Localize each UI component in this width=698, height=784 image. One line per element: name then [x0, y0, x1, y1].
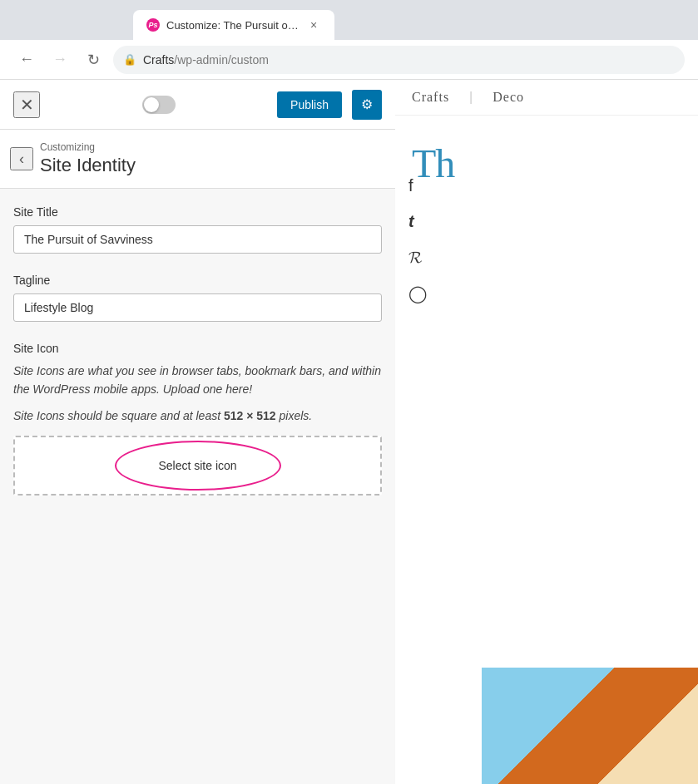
site-title-group: Site Title	[13, 205, 382, 254]
tagline-group: Tagline	[13, 274, 382, 322]
instagram-icon: ◯	[408, 284, 427, 303]
preview-image	[482, 668, 698, 784]
settings-button[interactable]: ⚙	[352, 90, 382, 120]
preview-navigation: Crafts | Deco	[395, 80, 698, 116]
select-site-icon-button[interactable]: Select site icon	[148, 454, 246, 477]
preview-toggle[interactable]	[142, 96, 176, 114]
section-header: ‹ Customizing Site Identity	[0, 130, 395, 189]
site-title-preview: Th	[412, 141, 681, 186]
back-to-customizer-button[interactable]: ‹	[10, 147, 33, 170]
panel-content: Site Title Tagline Site Icon Site Icons …	[0, 189, 395, 784]
section-title: Site Identity	[40, 155, 136, 176]
site-icon-size-text: Site Icons should be square and at least…	[13, 409, 382, 422]
tagline-label: Tagline	[13, 274, 382, 287]
browser-tab[interactable]: Ps Customize: The Pursuit of Sav... ×	[133, 10, 334, 40]
site-title-input[interactable]	[13, 225, 382, 254]
site-title-preview-area: Th	[395, 116, 698, 186]
site-icon-description: Site Icons are what you see in browser t…	[13, 362, 382, 399]
pinterest-icon: 𝓡	[408, 248, 427, 267]
site-icon-section: Site Icon Site Icons are what you see in…	[13, 342, 382, 496]
close-customizer-button[interactable]: ✕	[13, 91, 40, 118]
tab-close-button[interactable]: ×	[306, 17, 321, 32]
select-icon-container: Select site icon	[13, 436, 382, 496]
customizer-header: ✕ Publish ⚙	[0, 80, 395, 130]
section-info: Customizing Site Identity	[40, 141, 136, 176]
social-sidebar: f t 𝓡 ◯	[395, 163, 440, 317]
address-bar[interactable]: 🔒 Crafts/wp-admin/custom	[113, 46, 685, 74]
publish-button[interactable]: Publish	[277, 91, 342, 118]
site-title-label: Site Title	[13, 205, 382, 219]
preview-area: Crafts | Deco Th f t 𝓡 ◯	[395, 80, 698, 784]
site-icon-label: Site Icon	[13, 342, 382, 355]
address-text: Crafts/wp-admin/custom	[143, 53, 675, 67]
customizer-panel: ✕ Publish ⚙ ‹ Customizing Site Identity …	[0, 80, 395, 784]
tagline-input[interactable]	[13, 293, 382, 322]
back-button[interactable]: ←	[13, 47, 40, 73]
lock-icon: 🔒	[123, 53, 136, 66]
section-parent-label: Customizing	[40, 141, 136, 153]
nav-divider: |	[469, 90, 473, 105]
facebook-icon: f	[408, 176, 427, 195]
browser-nav-bar: ← → ↻ 🔒 Crafts/wp-admin/custom	[0, 40, 698, 80]
site-icon-size-value: 512 × 512	[224, 409, 276, 422]
toggle-container	[142, 96, 176, 114]
reload-button[interactable]: ↻	[80, 47, 106, 73]
tab-favicon: Ps	[146, 18, 160, 32]
nav-item-crafts: Crafts	[412, 90, 449, 105]
tab-title: Customize: The Pursuit of Sav...	[166, 19, 299, 32]
forward-button[interactable]: →	[47, 47, 73, 73]
twitter-icon: t	[408, 212, 427, 231]
nav-item-deco: Deco	[493, 90, 524, 105]
